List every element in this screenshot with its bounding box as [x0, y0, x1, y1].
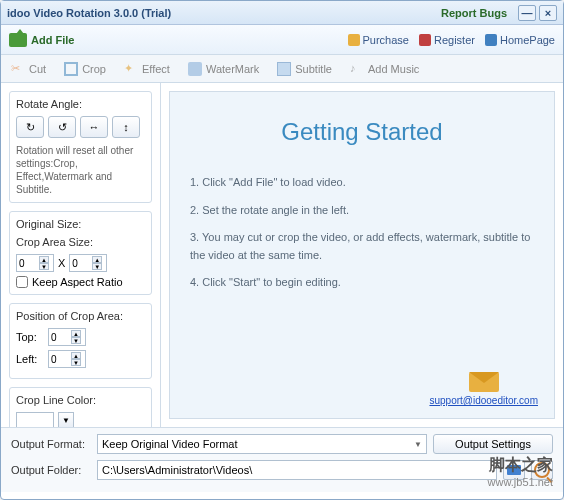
crop-size-fields: ▲▼ X ▲▼	[16, 254, 145, 272]
top-label: Top:	[16, 331, 44, 343]
crop-position-group: Position of Crop Area: Top: ▲▼ Left: ▲▼	[9, 303, 152, 379]
add-file-label: Add File	[31, 34, 74, 46]
tab-toolbar: ✂Cut Crop ✦Effect WaterMark Subtitle ♪Ad…	[1, 55, 563, 83]
getting-started-heading: Getting Started	[190, 118, 534, 146]
position-label: Position of Crop Area:	[16, 310, 145, 322]
step-1: 1. Click "Add File" to load video.	[190, 174, 534, 192]
output-folder-row: Output Folder:	[11, 460, 553, 480]
up-icon[interactable]: ▲	[71, 330, 81, 337]
output-folder-label: Output Folder:	[11, 464, 91, 476]
close-button[interactable]: ×	[539, 5, 557, 21]
preview-pane: Getting Started 1. Click "Add File" to l…	[161, 83, 563, 427]
crop-width-input[interactable]	[19, 258, 39, 269]
report-bugs-link[interactable]: Report Bugs	[441, 7, 507, 19]
homepage-link[interactable]: HomePage	[485, 34, 555, 46]
rotate-angle-label: Rotate Angle:	[16, 98, 145, 110]
output-format-label: Output Format:	[11, 438, 91, 450]
add-file-button[interactable]: Add File	[9, 33, 74, 47]
key-icon	[419, 34, 431, 46]
sidebar: Rotate Angle: ↻ ↺ ↔ ↕ Rotation will rese…	[1, 83, 161, 427]
flip-vertical-button[interactable]: ↕	[112, 116, 140, 138]
sparkle-icon: ✦	[124, 62, 138, 76]
main-body: Rotate Angle: ↻ ↺ ↔ ↕ Rotation will rese…	[1, 83, 563, 427]
tab-subtitle[interactable]: Subtitle	[277, 62, 332, 76]
crop-line-color-label: Crop Line Color:	[16, 394, 145, 406]
top-field: Top: ▲▼	[16, 328, 145, 346]
support-block: support@idooeditor.com	[429, 372, 538, 406]
image-watermark: 脚本之家 www.jb51.net	[488, 455, 553, 488]
rotate-ccw-button[interactable]: ↺	[48, 116, 76, 138]
up-icon[interactable]: ▲	[71, 352, 81, 359]
music-icon: ♪	[350, 62, 364, 76]
output-format-value: Keep Original Video Format	[102, 438, 238, 450]
top-spinner[interactable]: ▲▼	[48, 328, 86, 346]
color-picker-row: ▼	[16, 412, 145, 428]
color-dropdown-button[interactable]: ▼	[58, 412, 74, 428]
crop-height-input[interactable]	[72, 258, 92, 269]
app-window: idoo Video Rotation 3.0.0 (Trial) Report…	[0, 0, 564, 500]
watermark-url: www.jb51.net	[488, 476, 553, 488]
original-size-label: Original Size:	[16, 218, 145, 230]
primary-toolbar: Add File Purchase Register HomePage	[1, 25, 563, 55]
up-icon[interactable]: ▲	[92, 256, 102, 263]
crop-area-size-label: Crop Area Size:	[16, 236, 145, 248]
keep-aspect-checkbox[interactable]: Keep Aspect Ratio	[16, 276, 145, 288]
film-icon	[277, 62, 291, 76]
left-label: Left:	[16, 353, 44, 365]
step-4: 4. Click "Start" to begin editing.	[190, 274, 534, 292]
rotate-cw-button[interactable]: ↻	[16, 116, 44, 138]
header-links: Purchase Register HomePage	[348, 34, 556, 46]
output-folder-input-wrap	[97, 460, 497, 480]
stamp-icon	[188, 62, 202, 76]
titlebar: idoo Video Rotation 3.0.0 (Trial) Report…	[1, 1, 563, 25]
getting-started-steps: 1. Click "Add File" to load video. 2. Se…	[190, 174, 534, 292]
output-format-select[interactable]: Keep Original Video Format ▼	[97, 434, 427, 454]
purchase-link[interactable]: Purchase	[348, 34, 409, 46]
add-file-icon	[9, 33, 27, 47]
crop-icon	[64, 62, 78, 76]
window-title: idoo Video Rotation 3.0.0 (Trial)	[7, 7, 441, 19]
minimize-button[interactable]: —	[518, 5, 536, 21]
keep-aspect-input[interactable]	[16, 276, 28, 288]
support-email-link[interactable]: support@idooeditor.com	[429, 395, 538, 406]
left-field: Left: ▲▼	[16, 350, 145, 368]
watermark-cn: 脚本之家	[488, 455, 553, 476]
color-swatch[interactable]	[16, 412, 54, 428]
step-2: 2. Set the rotate angle in the left.	[190, 202, 534, 220]
cart-icon	[348, 34, 360, 46]
register-link[interactable]: Register	[419, 34, 475, 46]
down-icon[interactable]: ▼	[71, 359, 81, 366]
tab-effect[interactable]: ✦Effect	[124, 62, 170, 76]
left-input[interactable]	[51, 354, 71, 365]
output-format-row: Output Format: Keep Original Video Forma…	[11, 434, 553, 454]
down-icon[interactable]: ▼	[71, 337, 81, 344]
rotate-note: Rotation will reset all other settings:C…	[16, 144, 145, 196]
x-separator: X	[58, 257, 65, 269]
home-icon	[485, 34, 497, 46]
envelope-icon	[469, 372, 499, 392]
tab-watermark[interactable]: WaterMark	[188, 62, 259, 76]
top-input[interactable]	[51, 332, 71, 343]
output-settings-button[interactable]: Output Settings	[433, 434, 553, 454]
tab-cut[interactable]: ✂Cut	[11, 62, 46, 76]
chevron-down-icon[interactable]: ▼	[414, 440, 422, 449]
scissors-icon: ✂	[11, 62, 25, 76]
output-folder-input[interactable]	[102, 464, 492, 476]
getting-started-panel: Getting Started 1. Click "Add File" to l…	[169, 91, 555, 419]
down-icon[interactable]: ▼	[92, 263, 102, 270]
crop-height-spinner[interactable]: ▲▼	[69, 254, 107, 272]
bottom-panel: Output Format: Keep Original Video Forma…	[1, 427, 563, 492]
step-3: 3. You may cut or crop the video, or add…	[190, 229, 534, 264]
rotate-buttons: ↻ ↺ ↔ ↕	[16, 116, 145, 138]
crop-width-spinner[interactable]: ▲▼	[16, 254, 54, 272]
up-icon[interactable]: ▲	[39, 256, 49, 263]
left-spinner[interactable]: ▲▼	[48, 350, 86, 368]
crop-size-group: Original Size: Crop Area Size: ▲▼ X ▲▼ K…	[9, 211, 152, 295]
tab-crop[interactable]: Crop	[64, 62, 106, 76]
flip-horizontal-button[interactable]: ↔	[80, 116, 108, 138]
tab-add-music[interactable]: ♪Add Music	[350, 62, 419, 76]
down-icon[interactable]: ▼	[39, 263, 49, 270]
rotate-group: Rotate Angle: ↻ ↺ ↔ ↕ Rotation will rese…	[9, 91, 152, 203]
